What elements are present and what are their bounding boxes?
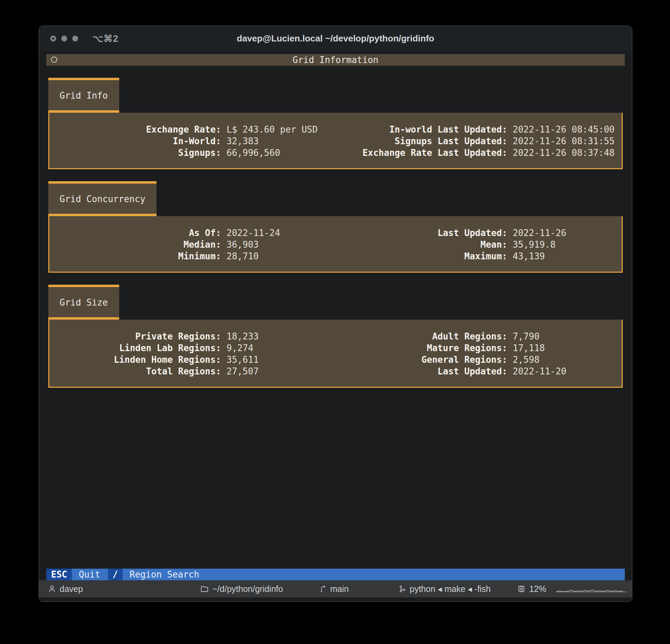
terminal-statusbar: davep ~/d/python/gridinfo main python ◂ …	[39, 580, 632, 597]
field-value: 2022-11-24	[221, 227, 280, 239]
tab-grid-concurrency: Grid Concurrency	[48, 181, 157, 216]
field-value: L$ 243.60 per USD	[221, 124, 318, 135]
field-row: Signups: 66,996,560	[49, 147, 336, 159]
field-column-right: Adult Regions: 7,790 Mature Regions: 17,…	[336, 331, 622, 377]
field-value: 32,383	[221, 135, 259, 147]
footer-keybar: ESC Quit / Region Search	[46, 569, 625, 580]
statusbar-cpu-label: 12%	[529, 584, 546, 594]
command-palette-icon[interactable]	[51, 57, 57, 63]
field-label: Last Updated:	[336, 366, 507, 377]
footer-key: /	[108, 569, 123, 580]
field-value: 2022-11-26	[507, 227, 567, 239]
field-value: 27,507	[221, 366, 259, 377]
section-grid-concurrency: Grid Concurrency As Of: 2022-11-24 Media…	[46, 181, 625, 273]
field-column-right: Last Updated: 2022-11-26 Mean: 35,919.8 …	[336, 227, 622, 262]
field-row: Maximum: 43,139	[336, 250, 622, 262]
cpu-chip-icon	[517, 584, 526, 593]
field-label: In-World:	[49, 135, 221, 147]
field-label: Maximum:	[336, 250, 507, 262]
statusbar-jobs-label: python ◂ make ◂ -fish	[410, 584, 491, 594]
panel-grid-size: Private Regions: 18,233 Linden Lab Regio…	[48, 320, 623, 388]
statusbar-user-label: davep	[60, 584, 83, 594]
field-value: 2022-11-26 08:45:00	[507, 124, 615, 135]
field-value: 35,611	[221, 354, 259, 366]
statusbar-branch-label: main	[330, 584, 349, 594]
field-column-right: In-world Last Updated: 2022-11-26 08:45:…	[336, 124, 622, 159]
field-label: Mean:	[336, 239, 507, 250]
field-label: Linden Lab Regions:	[49, 342, 221, 354]
field-label: Signups Last Updated:	[336, 135, 507, 147]
field-label: Private Regions:	[49, 331, 221, 342]
statusbar-user: davep	[48, 584, 83, 594]
field-value: 28,710	[221, 250, 259, 262]
field-row: Linden Home Regions: 35,611	[49, 354, 336, 366]
field-column-left: Private Regions: 18,233 Linden Lab Regio…	[49, 331, 336, 377]
field-row: General Regions: 2,598	[336, 354, 622, 366]
cpu-history-sparkline	[556, 585, 626, 593]
footer-binding-quit[interactable]: ESC Quit	[46, 569, 108, 580]
footer-binding-region-search[interactable]: / Region Search	[108, 569, 207, 580]
section-grid-size: Grid Size Private Regions: 18,233 Linden…	[46, 285, 625, 388]
panel-grid-concurrency: As Of: 2022-11-24 Median: 36,903 Minimum…	[48, 216, 623, 273]
tab-grid-size: Grid Size	[48, 285, 119, 320]
field-row: Adult Regions: 7,790	[336, 331, 622, 342]
field-value: 2022-11-26 08:37:48	[507, 147, 615, 159]
tab-grid-info: Grid Info	[48, 78, 119, 113]
field-label: Exchange Rate:	[49, 124, 221, 135]
field-value: 17,118	[507, 342, 545, 354]
field-label: As Of:	[49, 227, 221, 239]
field-label: Median:	[49, 239, 221, 250]
field-label: Mature Regions:	[336, 342, 507, 354]
field-label: Last Updated:	[336, 227, 507, 239]
panel-grid-info: Exchange Rate: L$ 243.60 per USD In-Worl…	[48, 113, 623, 169]
field-label: Adult Regions:	[336, 331, 507, 342]
field-label: General Regions:	[336, 354, 507, 366]
window-title: davep@Lucien.local ~/develop/python/grid…	[39, 33, 632, 44]
field-row: Mature Regions: 17,118	[336, 342, 622, 354]
field-label: In-world Last Updated:	[336, 124, 507, 135]
window-bottom-edge	[39, 597, 632, 602]
field-row: Last Updated: 2022-11-26	[336, 227, 622, 239]
field-value: 2,598	[507, 354, 539, 366]
field-value: 35,919.8	[507, 239, 556, 250]
field-value: 36,903	[221, 239, 259, 250]
field-row: Last Updated: 2022-11-20	[336, 366, 622, 377]
field-row: Median: 36,903	[49, 239, 336, 250]
field-label: Linden Home Regions:	[49, 354, 221, 366]
statusbar-directory-label: ~/d/python/gridinfo	[212, 584, 283, 594]
field-value: 9,274	[221, 342, 253, 354]
field-column-left: As Of: 2022-11-24 Median: 36,903 Minimum…	[49, 227, 336, 262]
field-column-left: Exchange Rate: L$ 243.60 per USD In-Worl…	[49, 124, 336, 159]
empty-area	[46, 388, 625, 569]
field-value: 2022-11-20	[507, 366, 567, 377]
field-row: Exchange Rate: L$ 243.60 per USD	[49, 124, 336, 135]
footer-action: Region Search	[123, 569, 207, 580]
field-value: 43,139	[507, 250, 545, 262]
field-label: Signups:	[49, 147, 221, 159]
field-label: Exchange Rate Last Updated:	[336, 147, 507, 159]
statusbar-jobs: python ◂ make ◂ -fish	[399, 584, 491, 594]
terminal-content: Grid Information Grid Info Exchange Rate…	[39, 51, 632, 580]
field-row: Minimum: 28,710	[49, 250, 336, 262]
app-header-title: Grid Information	[293, 54, 378, 66]
terminal-window: ⌥⌘2 davep@Lucien.local ~/develop/python/…	[39, 26, 632, 602]
field-row: Exchange Rate Last Updated: 2022-11-26 0…	[336, 147, 622, 159]
field-value: 2022-11-26 08:31:55	[507, 135, 615, 147]
field-label: Total Regions:	[49, 366, 221, 377]
folder-icon	[200, 585, 209, 593]
field-row: In-world Last Updated: 2022-11-26 08:45:…	[336, 124, 622, 135]
user-icon	[48, 585, 56, 593]
field-row: Mean: 35,919.8	[336, 239, 622, 250]
field-label: Minimum:	[49, 250, 221, 262]
git-branch-icon	[319, 585, 327, 593]
field-value: 7,790	[507, 331, 539, 342]
app-header: Grid Information	[46, 54, 625, 66]
footer-key: ESC	[46, 569, 72, 580]
statusbar-git-branch: main	[319, 584, 349, 594]
field-row: Private Regions: 18,233	[49, 331, 336, 342]
field-value: 66,996,560	[221, 147, 280, 159]
statusbar-directory: ~/d/python/gridinfo	[200, 584, 283, 594]
field-row: In-World: 32,383	[49, 135, 336, 147]
window-titlebar[interactable]: ⌥⌘2 davep@Lucien.local ~/develop/python/…	[39, 26, 632, 51]
field-row: Signups Last Updated: 2022-11-26 08:31:5…	[336, 135, 622, 147]
